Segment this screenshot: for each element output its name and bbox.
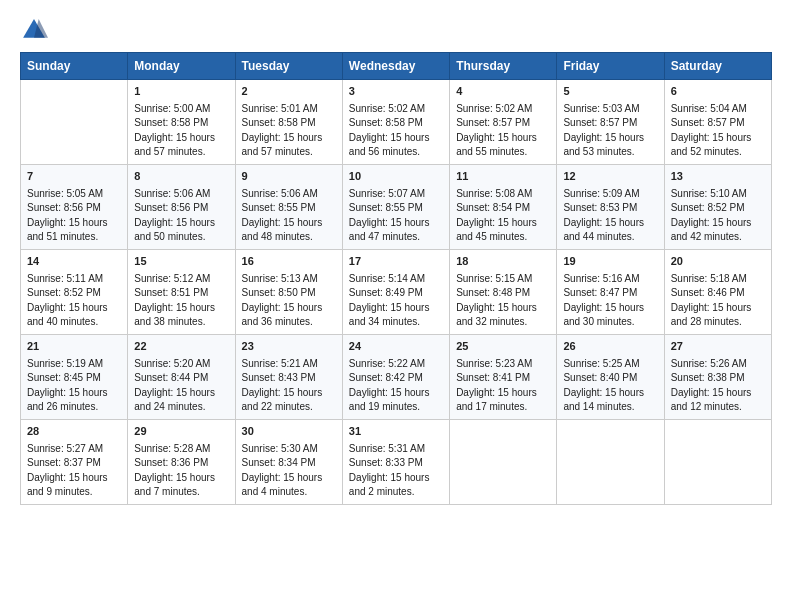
day-info: Sunrise: 5:27 AM Sunset: 8:37 PM Dayligh… <box>27 442 121 500</box>
header-cell-saturday: Saturday <box>664 53 771 80</box>
day-cell: 3Sunrise: 5:02 AM Sunset: 8:58 PM Daylig… <box>342 80 449 165</box>
day-cell <box>664 419 771 504</box>
day-number: 28 <box>27 424 121 440</box>
day-number: 21 <box>27 339 121 355</box>
day-number: 9 <box>242 169 336 185</box>
day-info: Sunrise: 5:02 AM Sunset: 8:57 PM Dayligh… <box>456 102 550 160</box>
day-cell: 27Sunrise: 5:26 AM Sunset: 8:38 PM Dayli… <box>664 334 771 419</box>
day-cell <box>21 80 128 165</box>
day-cell: 26Sunrise: 5:25 AM Sunset: 8:40 PM Dayli… <box>557 334 664 419</box>
day-cell: 1Sunrise: 5:00 AM Sunset: 8:58 PM Daylig… <box>128 80 235 165</box>
day-cell: 17Sunrise: 5:14 AM Sunset: 8:49 PM Dayli… <box>342 249 449 334</box>
day-info: Sunrise: 5:20 AM Sunset: 8:44 PM Dayligh… <box>134 357 228 415</box>
day-cell <box>450 419 557 504</box>
day-number: 18 <box>456 254 550 270</box>
day-number: 27 <box>671 339 765 355</box>
calendar-header: SundayMondayTuesdayWednesdayThursdayFrid… <box>21 53 772 80</box>
header-cell-wednesday: Wednesday <box>342 53 449 80</box>
day-cell: 30Sunrise: 5:30 AM Sunset: 8:34 PM Dayli… <box>235 419 342 504</box>
header-cell-monday: Monday <box>128 53 235 80</box>
day-info: Sunrise: 5:09 AM Sunset: 8:53 PM Dayligh… <box>563 187 657 245</box>
day-number: 7 <box>27 169 121 185</box>
day-cell: 16Sunrise: 5:13 AM Sunset: 8:50 PM Dayli… <box>235 249 342 334</box>
day-number: 3 <box>349 84 443 100</box>
day-number: 16 <box>242 254 336 270</box>
day-cell: 2Sunrise: 5:01 AM Sunset: 8:58 PM Daylig… <box>235 80 342 165</box>
day-info: Sunrise: 5:16 AM Sunset: 8:47 PM Dayligh… <box>563 272 657 330</box>
day-cell: 13Sunrise: 5:10 AM Sunset: 8:52 PM Dayli… <box>664 164 771 249</box>
week-row-4: 28Sunrise: 5:27 AM Sunset: 8:37 PM Dayli… <box>21 419 772 504</box>
day-cell: 11Sunrise: 5:08 AM Sunset: 8:54 PM Dayli… <box>450 164 557 249</box>
day-cell: 8Sunrise: 5:06 AM Sunset: 8:56 PM Daylig… <box>128 164 235 249</box>
calendar-body: 1Sunrise: 5:00 AM Sunset: 8:58 PM Daylig… <box>21 80 772 505</box>
day-cell: 12Sunrise: 5:09 AM Sunset: 8:53 PM Dayli… <box>557 164 664 249</box>
day-number: 26 <box>563 339 657 355</box>
header-cell-sunday: Sunday <box>21 53 128 80</box>
day-cell: 7Sunrise: 5:05 AM Sunset: 8:56 PM Daylig… <box>21 164 128 249</box>
header-row <box>20 16 772 44</box>
day-info: Sunrise: 5:08 AM Sunset: 8:54 PM Dayligh… <box>456 187 550 245</box>
day-number: 19 <box>563 254 657 270</box>
header-cell-tuesday: Tuesday <box>235 53 342 80</box>
day-cell: 23Sunrise: 5:21 AM Sunset: 8:43 PM Dayli… <box>235 334 342 419</box>
day-cell: 22Sunrise: 5:20 AM Sunset: 8:44 PM Dayli… <box>128 334 235 419</box>
day-cell: 21Sunrise: 5:19 AM Sunset: 8:45 PM Dayli… <box>21 334 128 419</box>
day-number: 23 <box>242 339 336 355</box>
day-info: Sunrise: 5:10 AM Sunset: 8:52 PM Dayligh… <box>671 187 765 245</box>
day-number: 10 <box>349 169 443 185</box>
day-info: Sunrise: 5:25 AM Sunset: 8:40 PM Dayligh… <box>563 357 657 415</box>
day-cell: 10Sunrise: 5:07 AM Sunset: 8:55 PM Dayli… <box>342 164 449 249</box>
day-info: Sunrise: 5:02 AM Sunset: 8:58 PM Dayligh… <box>349 102 443 160</box>
day-cell: 4Sunrise: 5:02 AM Sunset: 8:57 PM Daylig… <box>450 80 557 165</box>
week-row-2: 14Sunrise: 5:11 AM Sunset: 8:52 PM Dayli… <box>21 249 772 334</box>
day-info: Sunrise: 5:21 AM Sunset: 8:43 PM Dayligh… <box>242 357 336 415</box>
day-cell: 9Sunrise: 5:06 AM Sunset: 8:55 PM Daylig… <box>235 164 342 249</box>
day-number: 4 <box>456 84 550 100</box>
day-number: 8 <box>134 169 228 185</box>
page-container: SundayMondayTuesdayWednesdayThursdayFrid… <box>0 0 792 515</box>
day-number: 24 <box>349 339 443 355</box>
day-info: Sunrise: 5:03 AM Sunset: 8:57 PM Dayligh… <box>563 102 657 160</box>
day-info: Sunrise: 5:18 AM Sunset: 8:46 PM Dayligh… <box>671 272 765 330</box>
day-number: 30 <box>242 424 336 440</box>
day-info: Sunrise: 5:30 AM Sunset: 8:34 PM Dayligh… <box>242 442 336 500</box>
day-number: 11 <box>456 169 550 185</box>
logo-icon <box>20 16 48 44</box>
day-number: 31 <box>349 424 443 440</box>
day-cell: 24Sunrise: 5:22 AM Sunset: 8:42 PM Dayli… <box>342 334 449 419</box>
day-number: 25 <box>456 339 550 355</box>
day-cell: 19Sunrise: 5:16 AM Sunset: 8:47 PM Dayli… <box>557 249 664 334</box>
day-number: 2 <box>242 84 336 100</box>
day-info: Sunrise: 5:12 AM Sunset: 8:51 PM Dayligh… <box>134 272 228 330</box>
day-info: Sunrise: 5:01 AM Sunset: 8:58 PM Dayligh… <box>242 102 336 160</box>
day-cell: 14Sunrise: 5:11 AM Sunset: 8:52 PM Dayli… <box>21 249 128 334</box>
header-cell-thursday: Thursday <box>450 53 557 80</box>
day-cell <box>557 419 664 504</box>
day-info: Sunrise: 5:22 AM Sunset: 8:42 PM Dayligh… <box>349 357 443 415</box>
header-row-days: SundayMondayTuesdayWednesdayThursdayFrid… <box>21 53 772 80</box>
day-number: 17 <box>349 254 443 270</box>
logo <box>20 16 52 44</box>
calendar-table: SundayMondayTuesdayWednesdayThursdayFrid… <box>20 52 772 505</box>
header-cell-friday: Friday <box>557 53 664 80</box>
day-number: 13 <box>671 169 765 185</box>
day-info: Sunrise: 5:19 AM Sunset: 8:45 PM Dayligh… <box>27 357 121 415</box>
day-cell: 5Sunrise: 5:03 AM Sunset: 8:57 PM Daylig… <box>557 80 664 165</box>
day-info: Sunrise: 5:07 AM Sunset: 8:55 PM Dayligh… <box>349 187 443 245</box>
day-info: Sunrise: 5:06 AM Sunset: 8:55 PM Dayligh… <box>242 187 336 245</box>
day-number: 29 <box>134 424 228 440</box>
day-number: 12 <box>563 169 657 185</box>
day-cell: 31Sunrise: 5:31 AM Sunset: 8:33 PM Dayli… <box>342 419 449 504</box>
day-info: Sunrise: 5:15 AM Sunset: 8:48 PM Dayligh… <box>456 272 550 330</box>
day-info: Sunrise: 5:05 AM Sunset: 8:56 PM Dayligh… <box>27 187 121 245</box>
week-row-0: 1Sunrise: 5:00 AM Sunset: 8:58 PM Daylig… <box>21 80 772 165</box>
day-info: Sunrise: 5:26 AM Sunset: 8:38 PM Dayligh… <box>671 357 765 415</box>
day-number: 14 <box>27 254 121 270</box>
day-cell: 28Sunrise: 5:27 AM Sunset: 8:37 PM Dayli… <box>21 419 128 504</box>
day-info: Sunrise: 5:11 AM Sunset: 8:52 PM Dayligh… <box>27 272 121 330</box>
day-cell: 15Sunrise: 5:12 AM Sunset: 8:51 PM Dayli… <box>128 249 235 334</box>
day-cell: 6Sunrise: 5:04 AM Sunset: 8:57 PM Daylig… <box>664 80 771 165</box>
day-number: 6 <box>671 84 765 100</box>
day-info: Sunrise: 5:31 AM Sunset: 8:33 PM Dayligh… <box>349 442 443 500</box>
day-info: Sunrise: 5:28 AM Sunset: 8:36 PM Dayligh… <box>134 442 228 500</box>
